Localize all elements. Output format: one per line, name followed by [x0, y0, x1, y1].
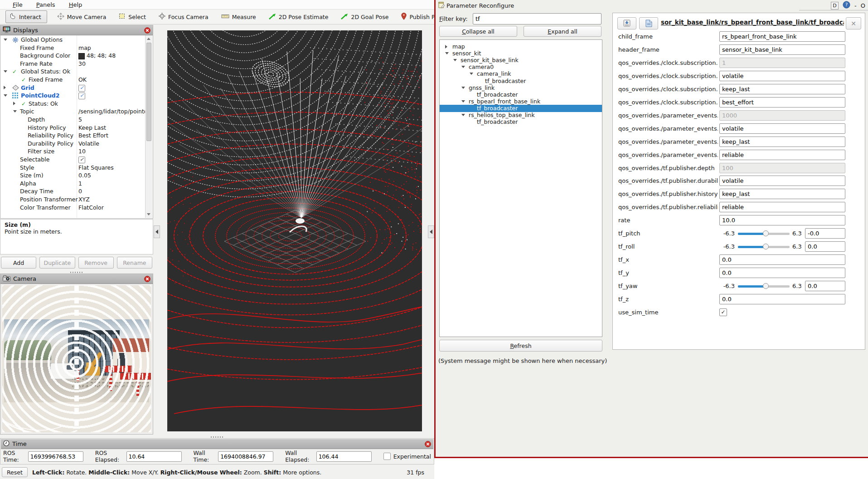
- displays-row-grid[interactable]: Grid✓: [0, 84, 145, 92]
- add-button[interactable]: Add: [1, 257, 36, 269]
- collapse-right-handle[interactable]: [428, 225, 434, 238]
- param-value-input[interactable]: [805, 241, 845, 252]
- property-value[interactable]: map: [78, 44, 91, 51]
- scrollbar-thumb[interactable]: [146, 43, 151, 141]
- displays-row-status-ok[interactable]: ✓Status: Ok: [0, 100, 145, 108]
- param-value-input[interactable]: [719, 202, 845, 212]
- expander-open-icon[interactable]: [470, 73, 473, 75]
- param-slider[interactable]: [738, 285, 790, 288]
- tool-focus-camera[interactable]: Focus Camera: [159, 13, 209, 21]
- load-params-button[interactable]: [639, 17, 658, 29]
- displays-row-size-m-[interactable]: Size (m)0.05: [0, 171, 145, 180]
- param-value-input[interactable]: [719, 268, 845, 278]
- param-value-input[interactable]: [805, 228, 845, 239]
- displays-row-fixed-frame[interactable]: Fixed Framemap: [0, 44, 145, 52]
- param-value-input[interactable]: [719, 71, 845, 81]
- wall-elapsed-input[interactable]: [316, 451, 372, 462]
- menu-item-help[interactable]: Help: [69, 1, 82, 8]
- close-icon[interactable]: [425, 441, 431, 447]
- displays-row-style[interactable]: StyleFlat Squares: [0, 164, 145, 172]
- displays-scrollbar[interactable]: [145, 35, 152, 218]
- help-question-icon[interactable]: ?: [843, 1, 850, 10]
- property-value[interactable]: Keep Last: [78, 124, 106, 131]
- expander-open-icon[interactable]: [4, 94, 7, 97]
- tree-node-sensor_kit_base_link[interactable]: sensor_kit_base_link: [440, 57, 602, 64]
- tool-measure[interactable]: Measure: [221, 14, 256, 20]
- displays-row-decay-time[interactable]: Decay Time0: [0, 187, 145, 196]
- tree-node-camera_link[interactable]: camera_link: [440, 70, 602, 78]
- property-value[interactable]: FlatColor: [78, 204, 104, 211]
- param-value-input[interactable]: [719, 31, 845, 42]
- param-slider[interactable]: [738, 233, 790, 235]
- expand-all-button[interactable]: Expand all: [524, 26, 601, 37]
- save-params-button[interactable]: [617, 17, 636, 29]
- property-value[interactable]: 1: [78, 180, 82, 187]
- param-value-input[interactable]: [719, 137, 845, 147]
- property-value[interactable]: Volatile: [78, 140, 99, 147]
- rename-button[interactable]: Rename: [117, 257, 152, 269]
- tree-node-camera0[interactable]: camera0: [440, 64, 602, 71]
- displays-row-frame-rate[interactable]: Frame Rate30: [0, 60, 145, 68]
- param-value-input[interactable]: [719, 254, 845, 265]
- displays-row-selectable[interactable]: Selectable✓: [0, 156, 145, 164]
- duplicate-button[interactable]: Duplicate: [39, 257, 75, 269]
- collapse-all-button[interactable]: Collapse all: [439, 26, 517, 37]
- d-indicator-button[interactable]: D: [831, 2, 839, 10]
- param-value-input[interactable]: [719, 44, 845, 55]
- param-value-input[interactable]: [719, 294, 845, 304]
- tool-2d-goal-pose[interactable]: 2D Goal Pose: [341, 13, 388, 21]
- expander-closed-icon[interactable]: [4, 86, 6, 89]
- param-slider[interactable]: [738, 246, 790, 248]
- slider-handle[interactable]: [763, 230, 769, 236]
- slider-handle[interactable]: [763, 244, 769, 249]
- tree-node-rs_helios_top_base_link[interactable]: rs_helios_top_base_link: [440, 112, 602, 119]
- param-value-input[interactable]: [719, 189, 845, 199]
- displays-row-background-color[interactable]: Background Color48; 48; 48: [0, 52, 145, 60]
- displays-row-filter-size[interactable]: Filter size10: [0, 147, 145, 156]
- menu-item-file[interactable]: File: [13, 1, 23, 8]
- tree-node-tf_broadcaster[interactable]: tf_broadcaster: [440, 91, 602, 98]
- experimental-toggle[interactable]: Experimental: [383, 453, 431, 460]
- displays-row-reliability-policy[interactable]: Reliability PolicyBest Effort: [0, 132, 145, 140]
- property-value[interactable]: Flat Squares: [78, 164, 114, 171]
- property-value[interactable]: 5: [78, 116, 82, 123]
- param-value-input[interactable]: [719, 150, 845, 160]
- filter-key-input[interactable]: [473, 13, 601, 24]
- close-icon[interactable]: [144, 276, 150, 282]
- property-value[interactable]: /sensing/lidar/top/pointcl.: [78, 108, 145, 115]
- splitter-handle[interactable]: [211, 436, 224, 438]
- param-value-input[interactable]: [719, 176, 845, 186]
- tree-node-rs_bpearl_front_base_link[interactable]: rs_bpearl_front_base_link: [440, 98, 602, 105]
- expander-closed-icon[interactable]: [445, 45, 447, 49]
- slider-handle[interactable]: [763, 283, 769, 289]
- tree-node-tf_broadcaster[interactable]: tf_broadcaster: [440, 118, 602, 126]
- splitter-handle[interactable]: [70, 272, 84, 273]
- property-value[interactable]: 0.05: [78, 172, 91, 179]
- refresh-button[interactable]: Refresh: [439, 340, 602, 352]
- menu-item-panels[interactable]: Panels: [36, 1, 55, 8]
- expander-open-icon[interactable]: [13, 110, 17, 112]
- minimize-button[interactable]: -: [854, 2, 857, 9]
- param-value-input[interactable]: [719, 84, 845, 94]
- tool-interact[interactable]: Interact: [5, 10, 47, 23]
- checkbox-checked[interactable]: ✓: [78, 156, 85, 163]
- displays-row-global-status-ok[interactable]: ✓Global Status: Ok: [0, 68, 145, 76]
- checkbox-checked[interactable]: ✓: [78, 85, 85, 92]
- scroll-down-icon[interactable]: [147, 213, 150, 215]
- close-icon[interactable]: [144, 27, 150, 34]
- property-value[interactable]: 0: [78, 188, 82, 195]
- expander-open-icon[interactable]: [4, 39, 7, 41]
- displays-row-global-options[interactable]: Global Options: [0, 36, 145, 44]
- expander-open-icon[interactable]: [453, 59, 457, 61]
- expander-open-icon[interactable]: [461, 66, 465, 68]
- tool-2d-pose-estimate[interactable]: 2D Pose Estimate: [269, 13, 329, 21]
- property-value[interactable]: Best Effort: [78, 132, 108, 139]
- displays-row-history-policy[interactable]: History PolicyKeep Last: [0, 124, 145, 132]
- tree-node-tf_broadcaster[interactable]: tf_broadcaster: [440, 105, 602, 112]
- displays-row-durability-policy[interactable]: Durability PolicyVolatile: [0, 140, 145, 148]
- tool-select[interactable]: Select: [119, 13, 146, 21]
- tree-node-map[interactable]: map: [440, 43, 602, 50]
- property-value[interactable]: 10: [78, 148, 86, 155]
- remove-button[interactable]: Remove: [78, 257, 114, 269]
- displays-row-pointcloud2[interactable]: PointCloud2✓: [0, 92, 145, 100]
